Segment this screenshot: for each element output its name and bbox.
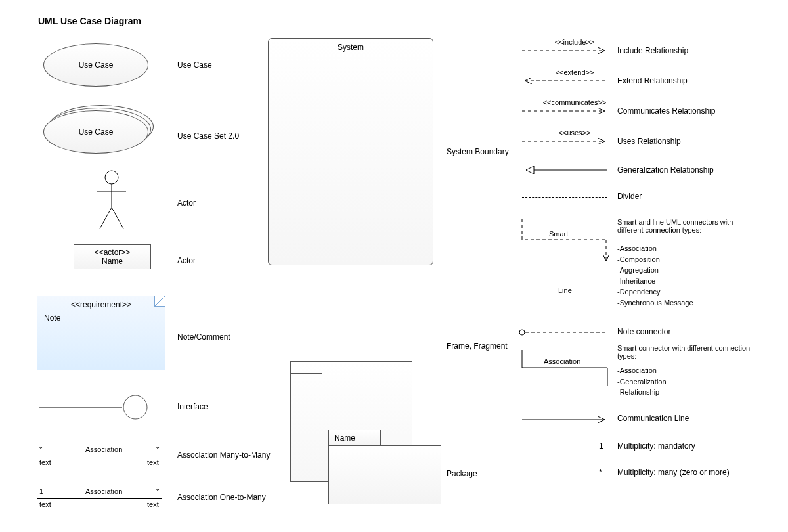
include-label: Include Relationship [617,46,688,55]
actor-box-stereo: <<actor>> [74,248,150,257]
extend-text: <<extend>> [545,68,604,76]
line-connector-icon [522,296,607,296]
type-item: -Association [617,243,693,254]
extend-label: Extend Relationship [617,76,688,85]
divider-label: Divider [617,192,642,201]
mult1-symbol: 1 [599,441,603,451]
actor-box-shape: <<actor>> Name [74,244,151,269]
assoc-mm-tl: text [39,458,51,466]
note-label: Note/Comment [177,332,230,342]
type-item: -Synchronous Message [617,298,693,309]
assoc-mm-right: * [156,445,159,453]
assoc-om-tl: text [39,500,51,508]
include-arrow-icon [522,47,607,54]
smart-desc: Smart and line UML connectors with diffe… [617,218,755,234]
svg-point-0 [105,171,118,184]
type-item: -Association [617,365,667,376]
system-boundary-shape: System [268,38,433,265]
assoc-mm-label: Association Many-to-Many [177,451,270,460]
communication-line-label: Communication Line [617,414,689,423]
assoc-mm-tr: text [147,458,159,466]
note-fold-icon [154,296,165,307]
interface-label: Interface [177,402,208,411]
communicates-text: <<communicates>> [532,99,617,106]
note-connector-label: Note connector [617,327,670,336]
note-text: Note [44,313,158,322]
usecaseset-text: Use Case [79,127,114,137]
frame-label: Frame, Fragment [447,342,508,351]
type-item: -Relationship [617,387,667,398]
communication-line-icon [522,416,607,423]
generalization-arrow-icon [522,166,607,175]
svg-point-12 [519,330,525,335]
note-connector-icon [519,328,608,336]
assoc-mm-line [37,456,162,456]
assoc-mm-mid: Association [85,445,122,453]
multn-label: Multiplicity: many (zero or more) [617,468,730,477]
type-item: -Dependency [617,286,693,298]
svg-line-3 [100,208,112,229]
usecase-text: Use Case [79,60,114,70]
frame-tab-icon [290,361,322,374]
type-item: -Generalization [617,376,667,388]
uses-text: <<uses>> [545,129,604,137]
association-conn-types: -Association -Generalization -Relationsh… [617,365,667,398]
assoc-om-line [37,498,162,499]
assoc-om-left: 1 [39,487,43,495]
usecaseset-label: Use Case Set 2.0 [177,131,239,141]
assoc-om-tr: text [147,500,159,508]
system-title: System [269,43,433,52]
generalization-label: Generalization Relationship [617,166,714,175]
association-conn-text: Association [544,357,580,365]
mult1-label: Multiplicity: mandatory [617,441,695,451]
association-connector-icon [522,348,607,388]
divider-icon [522,197,607,198]
communicates-label: Communicates Relationship [617,106,715,116]
svg-line-4 [112,208,123,229]
extend-arrow-icon [522,78,607,84]
include-text: <<include>> [545,38,604,46]
assoc-om-right: * [156,487,159,495]
package-shape [328,445,441,504]
system-boundary-label: System Boundary [447,147,509,156]
actor-stick-label: Actor [177,198,196,208]
type-item: -Inheritance [617,276,693,287]
line-label: Line [558,286,572,294]
actor-stick-icon [92,169,131,233]
type-item: -Aggregation [617,265,693,276]
usecase-shape: Use Case [43,43,148,87]
assoc-mm-left: * [39,445,42,453]
smart-types: -Association -Composition -Aggregation -… [617,243,693,308]
assoc-om-mid: Association [85,487,122,495]
usecaseset-shape: Use Case [43,110,148,154]
association-conn-desc: Smart connector with different connectio… [617,344,755,360]
interface-icon [39,394,151,420]
communicates-arrow-icon [522,108,607,114]
actor-box-name: Name [74,257,150,266]
package-tab-text: Name [334,433,355,443]
smart-label: Smart [549,230,568,238]
assoc-om-label: Association One-to-Many [177,493,266,502]
note-stereo: <<requirement>> [44,300,158,309]
note-shape: <<requirement>> Note [37,296,165,370]
usecase-label: Use Case [177,60,212,70]
type-item: -Composition [617,254,693,265]
diagram-title: UML Use Case Diagram [38,16,141,26]
package-tab: Name [328,430,381,446]
uses-arrow-icon [522,138,607,144]
svg-point-6 [123,395,147,419]
smart-connector-icon [522,217,607,269]
package-label: Package [447,469,477,478]
actor-box-label: Actor [177,256,196,265]
multn-symbol: * [599,468,602,477]
uses-label: Uses Relationship [617,137,681,146]
